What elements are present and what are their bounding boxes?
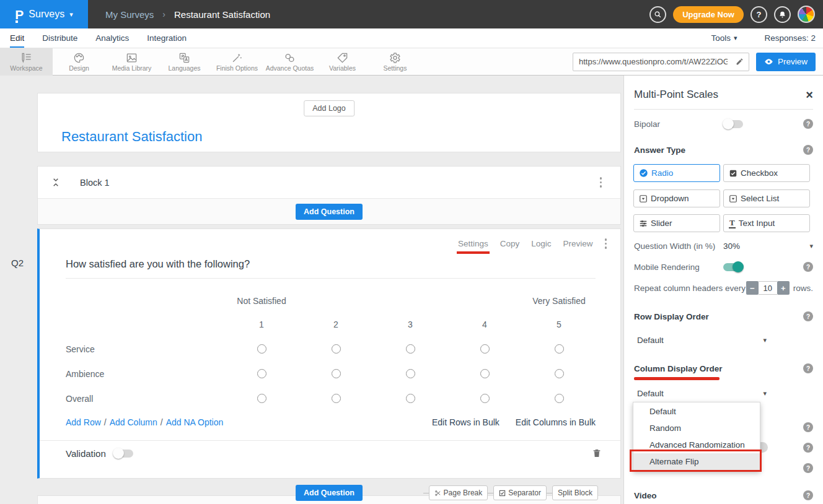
tab-analytics[interactable]: Analytics [95,28,129,48]
radio-option[interactable] [406,369,415,378]
block-menu-icon[interactable] [600,177,602,188]
notifications-button[interactable] [774,6,791,23]
edit-columns-bulk-link[interactable]: Edit Columns in Bulk [516,417,596,427]
tab-edit[interactable]: Edit [10,28,24,48]
add-row-link[interactable]: Add Row [66,417,101,427]
add-logo-button[interactable]: Add Logo [304,100,354,116]
toolbar-item-label: Finish Options [216,64,258,72]
row-label[interactable]: Service [66,337,224,362]
mobile-rendering-toggle[interactable] [723,263,743,271]
checkbox-icon [729,169,737,178]
responses-count[interactable]: Responses: 2 [764,33,816,43]
toolbar-item-settings[interactable]: Settings [369,48,421,76]
add-column-link[interactable]: Add Column [110,417,157,427]
validation-label: Validation [66,448,106,459]
question-tab-logic[interactable]: Logic [531,239,551,248]
help-icon[interactable]: ? [803,490,813,500]
help-icon[interactable]: ? [803,443,813,453]
menu-option-random[interactable]: Random [633,420,760,437]
radio-option[interactable] [555,369,564,378]
radio-option[interactable] [480,344,490,354]
tools-menu[interactable]: Tools ▾ [711,33,737,43]
toolbar-item-finish-options[interactable]: Finish Options [211,48,263,76]
survey-url-input[interactable] [573,57,731,66]
minus-button[interactable]: − [746,281,759,295]
answer-type-slider[interactable]: Slider [633,214,720,232]
question-width-value[interactable]: 30% [723,241,740,251]
edit-url-button[interactable] [731,58,749,66]
answer-type-text-input[interactable]: T Text Input [723,214,810,232]
add-na-option-link[interactable]: Add NA Option [166,417,224,427]
radio-option[interactable] [555,394,564,403]
split-block-button[interactable]: Split Block [552,485,598,500]
toolbar-item-media-library[interactable]: Media Library [105,48,158,76]
help-icon[interactable]: ? [803,262,813,272]
answer-type-select-list[interactable]: Select List [723,189,810,207]
radio-option[interactable] [257,394,266,403]
help-icon[interactable]: ? [803,363,813,373]
radio-option[interactable] [555,344,564,354]
toolbar-item-variables[interactable]: Variables [316,48,369,76]
question-tab-preview[interactable]: Preview [563,239,592,248]
row-label[interactable]: Overall [66,386,224,411]
close-icon[interactable]: × [806,89,813,101]
search-button[interactable] [649,6,666,23]
edit-rows-bulk-link[interactable]: Edit Rows in Bulk [432,417,500,427]
radio-option[interactable] [480,369,490,378]
answer-type-radio[interactable]: Radio [633,164,720,182]
help-icon[interactable]: ? [803,311,813,321]
question-menu-icon[interactable] [605,238,607,249]
toolbar-item-workspace[interactable]: Workspace [0,48,53,76]
radio-option[interactable] [257,344,266,354]
menu-option-default[interactable]: Default [633,403,760,420]
bipolar-toggle[interactable] [723,120,743,128]
page-break-button[interactable]: Page Break [429,485,488,500]
add-question-button[interactable]: Add Question [296,204,363,220]
radio-option[interactable] [332,344,341,354]
repeat-value-input[interactable] [759,281,777,295]
preview-button[interactable]: Preview [756,53,816,71]
radio-option[interactable] [406,344,415,354]
plus-button[interactable]: + [777,281,790,295]
repeat-headers-row: Repeat column headers every − + rows. [634,280,813,295]
answer-type-dropdown[interactable]: Dropdown [633,189,720,207]
breadcrumb-my-surveys[interactable]: My Surveys [105,9,154,20]
block-title[interactable]: Block 1 [80,178,110,188]
delete-question-button[interactable] [592,448,602,459]
menu-option-advanced-randomization[interactable]: Advanced Randomization [633,437,760,453]
questionpro-logo-icon: P [15,8,24,21]
validation-toggle[interactable] [113,450,133,458]
question-text[interactable]: How satisfied are you with the following… [66,258,596,270]
column-display-select[interactable]: Default ▾ [634,389,767,398]
toolbar-item-advance-quotas[interactable]: Advance Quotas [263,48,316,76]
eye-icon [764,57,773,66]
radio-option[interactable] [257,369,266,378]
toolbar-item-design[interactable]: Design [53,48,105,76]
tab-integration[interactable]: Integration [147,28,187,48]
radio-option[interactable] [480,394,490,403]
help-icon[interactable]: ? [803,422,813,432]
separator-button[interactable]: Separator [493,485,547,500]
row-display-select[interactable]: Default ▾ [634,336,767,345]
chevron-down-icon[interactable]: ▾ [809,243,813,250]
help-button[interactable]: ? [750,6,767,23]
radio-option[interactable] [406,394,415,403]
menu-option-alternate-flip[interactable]: Alternate Flip [633,453,760,470]
collapse-block-icon[interactable] [52,178,59,187]
avatar[interactable] [798,6,815,23]
add-question-button-bottom[interactable]: Add Question [296,485,363,501]
survey-title[interactable]: Restaurant Satisfaction [61,129,202,145]
radio-option[interactable] [332,369,341,378]
help-icon[interactable]: ? [803,119,813,129]
upgrade-now-button[interactable]: Upgrade Now [673,6,744,23]
product-switcher[interactable]: P Surveys ▾ [0,0,88,28]
radio-option[interactable] [332,394,341,403]
help-icon[interactable]: ? [803,145,813,155]
row-label[interactable]: Ambience [66,362,224,386]
tab-distribute[interactable]: Distribute [42,28,77,48]
answer-type-checkbox[interactable]: Checkbox [723,164,810,182]
question-tab-copy[interactable]: Copy [500,239,520,248]
toolbar-item-languages[interactable]: Languages [158,48,211,76]
help-icon[interactable]: ? [803,463,813,473]
question-tab-settings[interactable]: Settings [458,239,488,248]
